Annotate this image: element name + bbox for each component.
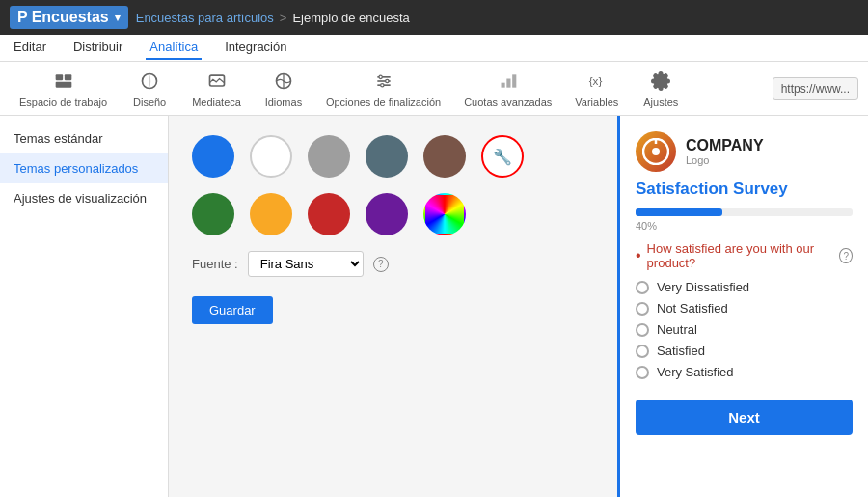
sidebar-ajustes-visualizacion[interactable]: Ajustes de visualización — [0, 183, 168, 213]
option-label-4: Satisfied — [657, 344, 705, 358]
color-swatch-gradient[interactable] — [423, 193, 466, 235]
toolbar-quotas[interactable]: Cuotas avanzadas — [454, 66, 561, 112]
menu-editar[interactable]: Editar — [10, 36, 50, 60]
color-row-1: 🔧 — [192, 135, 594, 178]
preview-panel: COMPANY Logo Satisfaction Survey 40% • H… — [617, 116, 868, 497]
menu-distribuir[interactable]: Distribuir — [69, 36, 126, 60]
font-row: Fuente : Fira Sans Arial Roboto Open San… — [192, 251, 594, 277]
option-1: Very Dissatisfied — [636, 280, 853, 294]
dropdown-icon[interactable]: ▾ — [115, 12, 121, 24]
color-swatch-green[interactable] — [192, 193, 234, 235]
logo-icon: P — [17, 9, 28, 26]
option-label-5: Very Satisfied — [657, 365, 734, 379]
progress-bar-wrapper — [636, 208, 853, 216]
color-swatch-slate[interactable] — [366, 135, 408, 178]
settings-icon — [649, 69, 672, 93]
app-name: Encuestas — [32, 9, 109, 26]
menu-analitica[interactable]: Analítica — [146, 36, 202, 60]
question-text: How satisfied are you with our product? — [647, 241, 830, 270]
toolbar-variables[interactable]: {x} Variables — [565, 66, 628, 112]
sidebar-temas-personalizados[interactable]: Temas personalizados — [0, 153, 168, 183]
svg-rect-2 — [55, 81, 71, 87]
option-4: Satisfied — [636, 344, 853, 358]
toolbar-quotas-label: Cuotas avanzadas — [464, 97, 552, 108]
breadcrumb-link[interactable]: Encuestas para artículos — [136, 11, 274, 25]
required-dot: • — [636, 247, 641, 264]
font-label: Fuente : — [192, 257, 238, 271]
color-swatch-white[interactable] — [250, 135, 292, 178]
option-label-2: Not Satisfied — [657, 301, 728, 316]
content-area: 🔧 Fuente : Fira Sans Arial Roboto Open S… — [169, 116, 617, 497]
toolbar-languages[interactable]: Idiomas — [255, 66, 312, 112]
color-swatch-purple[interactable] — [366, 193, 408, 235]
color-row-2 — [192, 193, 594, 235]
toolbar-workspace-label: Espacio de trabajo — [19, 97, 107, 108]
color-swatch-gray[interactable] — [308, 135, 350, 178]
design-icon — [138, 69, 161, 93]
option-2: Not Satisfied — [636, 301, 853, 316]
toolbar-media[interactable]: Mediateca — [182, 66, 251, 112]
breadcrumb: Encuestas para artículos > Ejemplo de en… — [136, 11, 410, 25]
color-swatch-blue[interactable] — [192, 135, 234, 178]
toolbar-design-label: Diseño — [133, 97, 166, 108]
radio-5[interactable] — [636, 366, 649, 379]
workspace-icon — [52, 69, 75, 93]
option-label-1: Very Dissatisfied — [657, 280, 749, 294]
save-button[interactable]: Guardar — [192, 296, 273, 324]
toolbar-options-label: Opciones de finalización — [326, 97, 441, 108]
menu-bar: Editar Distribuir Analítica Integración — [0, 35, 868, 62]
main-layout: Temas estándar Temas personalizados Ajus… — [0, 116, 868, 497]
option-5: Very Satisfied — [636, 365, 853, 379]
color-swatch-red[interactable] — [308, 193, 350, 235]
sidebar-temas-estandar[interactable]: Temas estándar — [0, 124, 168, 153]
toolbar-workspace[interactable]: Espacio de trabajo — [10, 66, 117, 112]
svg-point-11 — [385, 79, 388, 82]
next-button[interactable]: Next — [636, 400, 853, 435]
menu-integracion[interactable]: Integración — [221, 36, 290, 60]
survey-question: • How satisfied are you with our product… — [636, 241, 853, 270]
toolbar-design[interactable]: Diseño — [121, 66, 178, 112]
languages-icon — [272, 69, 295, 93]
wrench-icon: 🔧 — [493, 148, 512, 166]
svg-text:{x}: {x} — [588, 74, 602, 87]
progress-bar — [636, 208, 722, 216]
radio-3[interactable] — [636, 323, 649, 337]
options-icon — [372, 69, 395, 93]
toolbar-variables-label: Variables — [575, 97, 618, 108]
sidebar: Temas estándar Temas personalizados Ajus… — [0, 116, 169, 497]
quotas-icon — [497, 69, 520, 93]
preview-logo-row: COMPANY Logo — [636, 131, 853, 172]
color-swatch-custom[interactable]: 🔧 — [481, 135, 524, 178]
toolbar-options[interactable]: Opciones de finalización — [316, 66, 450, 112]
radio-4[interactable] — [636, 345, 649, 358]
breadcrumb-separator: > — [280, 11, 287, 25]
font-select[interactable]: Fira Sans Arial Roboto Open Sans — [248, 251, 364, 277]
breadcrumb-current: Ejemplo de encuesta — [292, 11, 409, 25]
company-logo-icon — [636, 131, 676, 172]
progress-label: 40% — [636, 220, 853, 232]
radio-1[interactable] — [636, 281, 649, 294]
font-info-icon[interactable]: ? — [373, 257, 389, 272]
svg-rect-1 — [64, 74, 71, 80]
question-help-icon[interactable]: ? — [839, 248, 853, 263]
toolbar-languages-label: Idiomas — [265, 97, 303, 108]
toolbar-media-label: Mediateca — [192, 97, 241, 108]
svg-point-12 — [380, 83, 383, 86]
toolbar: Espacio de trabajo Diseño Mediateca Idio… — [0, 62, 868, 116]
option-label-3: Neutral — [657, 322, 697, 337]
company-name: COMPANY — [686, 137, 764, 154]
option-3: Neutral — [636, 322, 853, 337]
color-swatch-yellow[interactable] — [250, 193, 292, 235]
survey-title: Satisfaction Survey — [636, 179, 853, 199]
media-icon — [205, 69, 229, 93]
top-bar: P Encuestas ▾ Encuestas para artículos >… — [0, 0, 868, 35]
svg-point-16 — [652, 148, 660, 155]
url-preview[interactable]: https://www... — [773, 77, 858, 100]
toolbar-settings[interactable]: Ajustes — [632, 66, 690, 112]
variables-icon: {x} — [585, 69, 609, 93]
app-logo[interactable]: P Encuestas ▾ — [10, 6, 128, 29]
toolbar-settings-label: Ajustes — [643, 97, 678, 108]
company-sub: Logo — [686, 154, 764, 166]
radio-2[interactable] — [636, 302, 649, 316]
color-swatch-brown[interactable] — [423, 135, 466, 178]
